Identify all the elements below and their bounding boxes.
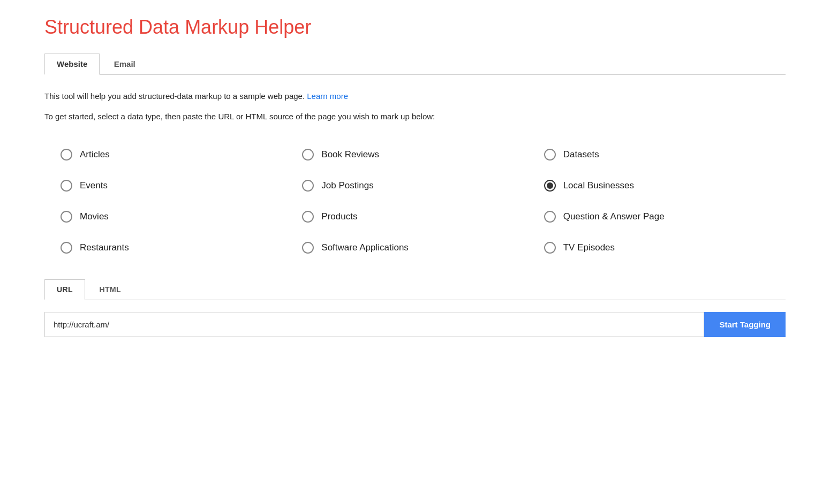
learn-more-link[interactable]: Learn more (307, 91, 348, 101)
tab-html[interactable]: HTML (88, 280, 133, 299)
tab-website[interactable]: Website (44, 54, 100, 75)
option-articles[interactable]: Articles (61, 139, 302, 170)
source-tabs: URL HTML (44, 279, 786, 300)
start-tagging-button[interactable]: Start Tagging (704, 312, 786, 337)
radio-qa-page[interactable] (544, 211, 556, 223)
url-input-row: Start Tagging (44, 312, 786, 337)
option-qa-page[interactable]: Question & Answer Page (544, 201, 786, 232)
radio-products[interactable] (302, 211, 314, 223)
description-1: This tool will help you add structured-d… (44, 90, 786, 103)
option-local-businesses[interactable]: Local Businesses (544, 170, 786, 201)
url-input[interactable] (44, 312, 704, 337)
radio-job-postings[interactable] (302, 180, 314, 192)
radio-restaurants[interactable] (61, 242, 72, 254)
tab-email[interactable]: Email (102, 54, 147, 74)
radio-datasets[interactable] (544, 149, 556, 161)
radio-local-businesses[interactable] (544, 180, 556, 192)
radio-movies[interactable] (61, 211, 72, 223)
description-2: To get started, select a data type, then… (44, 110, 786, 123)
radio-book-reviews[interactable] (302, 149, 314, 161)
option-job-postings[interactable]: Job Postings (302, 170, 544, 201)
data-type-grid: Articles Book Reviews Datasets Events Jo… (61, 139, 786, 263)
option-book-reviews[interactable]: Book Reviews (302, 139, 544, 170)
radio-events[interactable] (61, 180, 72, 192)
main-tabs: Website Email (44, 54, 786, 75)
option-tv-episodes[interactable]: TV Episodes (544, 232, 786, 263)
tab-url[interactable]: URL (44, 279, 85, 300)
radio-articles[interactable] (61, 149, 72, 161)
option-software-applications[interactable]: Software Applications (302, 232, 544, 263)
option-events[interactable]: Events (61, 170, 302, 201)
radio-tv-episodes[interactable] (544, 242, 556, 254)
option-datasets[interactable]: Datasets (544, 139, 786, 170)
page-title: Structured Data Markup Helper (44, 16, 786, 39)
option-movies[interactable]: Movies (61, 201, 302, 232)
radio-software-applications[interactable] (302, 242, 314, 254)
option-products[interactable]: Products (302, 201, 544, 232)
option-restaurants[interactable]: Restaurants (61, 232, 302, 263)
